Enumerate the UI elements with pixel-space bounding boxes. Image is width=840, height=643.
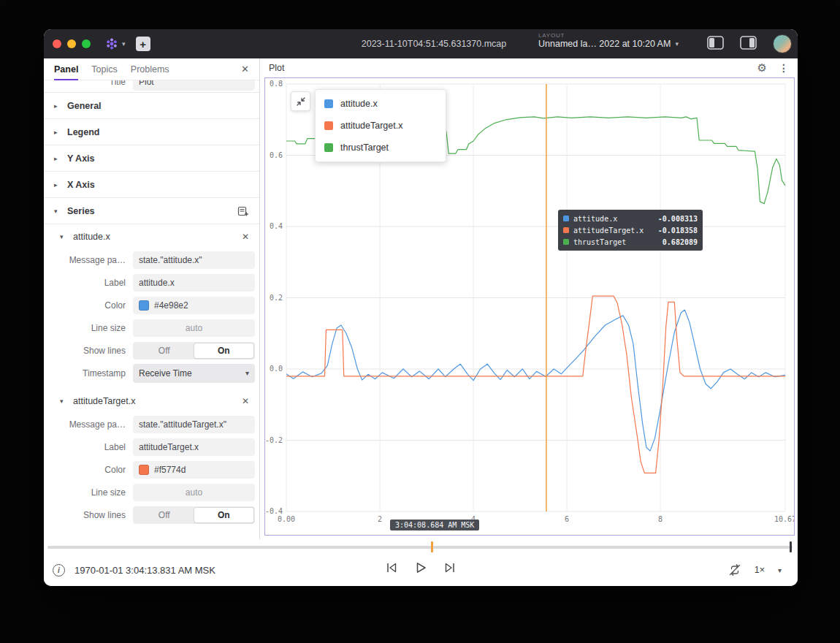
message-path-input[interactable]: state."attitude.x" [133,251,255,269]
plot-legend: attitude.x attitudeTarget.x thrustTarget [315,89,446,162]
tab-problems[interactable]: Problems [131,58,169,80]
right-sidebar-toggle-button[interactable] [740,36,757,50]
section-series[interactable]: ▾ Series [44,198,259,224]
field-row-label: Label attitudeTarget.x [44,435,259,458]
line-size-input[interactable]: auto [133,484,255,501]
color-swatch[interactable] [139,465,149,475]
field-row-timestamp: Timestamp Receive Time ▾ [44,362,259,384]
title-field-input[interactable]: Plot [133,80,255,91]
layout-menu-button[interactable]: LAYOUT Unnamed la… 2022 at 10:20 AM ▾ [538,32,703,49]
chevron-down-icon[interactable]: ▾ [778,566,782,574]
chevron-down-icon: ▾ [245,370,249,377]
series-color-swatch [563,216,569,221]
left-sidebar-toggle-button[interactable] [707,36,724,50]
show-lines-toggle: Off On [133,506,255,524]
title-field-row-clipped: Title Plot [44,80,259,93]
svg-text:-0.4: -0.4 [265,508,283,516]
field-row-show-lines: Show lines Off On [44,503,259,526]
svg-text:-0.2: -0.2 [265,436,283,444]
field-row-line-size: Line size auto [44,316,259,339]
play-button[interactable] [415,561,427,574]
seek-forward-button[interactable] [443,561,457,574]
field-row-color: Color #f5774d [44,458,259,481]
chevron-down-icon: ▾ [675,41,679,47]
foxglove-logo-icon [104,37,120,51]
kebab-menu-icon[interactable]: ⋮ [779,62,789,74]
chevron-down-icon: ▾ [60,233,67,240]
message-path-input[interactable]: state."attitudeTarget.x" [133,416,255,433]
field-row-message-path: Message pa… state."attitudeTarget.x" [44,413,259,435]
chevron-right-icon: ▸ [54,181,61,189]
user-avatar[interactable] [773,34,792,53]
add-series-icon[interactable] [237,205,249,217]
add-panel-button[interactable]: + [136,37,150,51]
legend-collapse-button[interactable] [291,91,310,111]
series-color-swatch [324,99,333,108]
settings-sidebar: Panel Topics Problems ✕ Title Plot ▸ [44,58,260,539]
color-input[interactable]: #4e98e2 [133,297,255,314]
legend-item-attitude-target-x[interactable]: attitudeTarget.x [316,115,446,137]
loop-off-button[interactable] [728,563,741,577]
series-color-swatch [324,143,333,152]
scrubber-playhead-marker[interactable] [431,541,433,552]
close-sidebar-icon[interactable]: ✕ [241,64,249,75]
close-window-button[interactable] [53,39,61,48]
chevron-down-icon: ▾ [122,41,126,47]
section-x-axis[interactable]: ▸ X Axis [44,172,259,198]
timestamp-select[interactable]: Receive Time ▾ [133,364,255,383]
field-row-show-lines: Show lines Off On [44,339,259,362]
info-icon[interactable]: i [53,564,65,577]
show-lines-on-button[interactable]: On [194,508,254,522]
legend-item-attitude-x[interactable]: attitude.x [316,93,446,115]
plot-panel-header[interactable]: Plot ⚙ ⋮ [260,58,798,77]
line-size-input[interactable]: auto [133,319,255,337]
tab-panel[interactable]: Panel [54,58,78,80]
tab-topics[interactable]: Topics [91,58,117,80]
show-lines-off-button[interactable]: Off [134,508,194,522]
minimize-window-button[interactable] [67,39,76,48]
layout-label: LAYOUT [538,32,703,39]
section-general[interactable]: ▸ General [44,93,259,119]
zoom-window-button[interactable] [82,39,91,48]
color-swatch[interactable] [139,300,149,311]
chevron-right-icon: ▸ [54,155,61,162]
timeline-scrubber[interactable] [47,546,793,549]
series-header-attitude-target-x[interactable]: ▾ attitudeTarget.x ✕ [44,389,259,413]
label-input[interactable]: attitude.x [133,274,255,292]
window-titlebar: ▾ + 2023-11-10T04:51:45.631370.mcap LAYO… [44,29,798,58]
hover-values-tooltip: attitude.x -0.008313 attitudeTarget.x -0… [558,210,703,251]
hover-time-tooltip: 3:04:08.684 AM MSK [390,520,479,530]
section-y-axis[interactable]: ▸ Y Axis [44,145,259,172]
remove-series-icon[interactable]: ✕ [242,396,249,406]
svg-text:0.8: 0.8 [270,80,283,88]
show-lines-toggle: Off On [133,342,255,359]
svg-text:8: 8 [658,515,663,523]
tooltip-row: attitude.x -0.008313 [563,213,698,224]
color-input[interactable]: #f5774d [133,461,255,479]
play-icon [415,561,427,574]
show-lines-off-button[interactable]: Off [134,343,194,358]
playback-bar: i 1970-01-01 3:04:13.831 AM MSK [44,539,798,586]
sidebar-scroll-region[interactable]: Title Plot ▸ General ▸ Legend ▸ Y [44,80,259,539]
gear-icon[interactable]: ⚙ [757,61,767,75]
show-lines-on-button[interactable]: On [194,343,254,358]
svg-text:6: 6 [565,515,569,523]
series-header-attitude-x[interactable]: ▾ attitude.x ✕ [44,224,259,248]
remove-series-icon[interactable]: ✕ [242,232,249,242]
section-legend[interactable]: ▸ Legend [44,119,259,145]
svg-text:10.67: 10.67 [774,515,794,523]
series-color-swatch [563,227,569,233]
desktop-background: ▾ + 2023-11-10T04:51:45.631370.mcap LAYO… [0,0,840,643]
chevron-down-icon: ▾ [60,397,67,405]
field-row-color: Color #4e98e2 [44,294,259,316]
svg-text:0.4: 0.4 [270,223,283,231]
legend-item-thrust-target[interactable]: thrustTarget [316,137,446,159]
svg-text:0.6: 0.6 [270,151,283,159]
app-menu-button[interactable]: ▾ [104,37,126,51]
seek-backward-button[interactable] [385,561,399,574]
svg-text:2: 2 [378,515,382,523]
chevron-right-icon: ▸ [54,129,61,136]
window-title: 2023-11-10T04:51:45.631370.mcap [362,39,507,49]
playback-speed[interactable]: 1× [755,565,765,575]
label-input[interactable]: attitudeTarget.x [133,438,255,456]
